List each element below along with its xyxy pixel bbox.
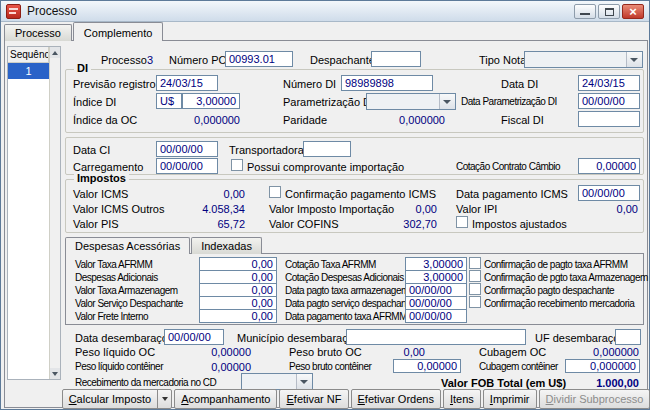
municipio-desembaraco-field[interactable] — [346, 329, 526, 345]
itens-button[interactable]: Itens — [443, 389, 481, 409]
cubagem-conteiner-label: Cubagem contêiner — [479, 360, 558, 374]
sequencia-row-selected[interactable]: 1 — [8, 63, 49, 79]
confirmacao-pagamento-icms-checkbox[interactable] — [269, 186, 281, 198]
valor-taxa-armazenagem-field[interactable]: 0,00 — [199, 283, 277, 297]
cotacao-despesas-adicionais-label: Cotação Despesas Adicionais — [285, 271, 404, 285]
despesas-adicionais-field[interactable]: 0,00 — [199, 270, 277, 284]
tipo-nota-select[interactable] — [524, 51, 643, 68]
transportadora-field[interactable] — [303, 141, 351, 157]
indice-di-field[interactable]: 3,00000 — [182, 93, 240, 109]
valor-taxa-afrmm-field[interactable]: 0,00 — [199, 257, 277, 271]
cotacao-despesas-adicionais-field[interactable]: 3,00000 — [405, 270, 467, 284]
paridade-label: Paridade — [283, 113, 327, 127]
imprimir-button[interactable]: Imprimir — [483, 389, 537, 409]
data-di-label: Data DI — [501, 77, 538, 91]
despachante-label: Despachante — [310, 53, 375, 67]
valor-fob-label: Valor FOB Total (em U$) — [441, 376, 566, 390]
valor-cofins-value: 302,70 — [397, 217, 437, 231]
sequencia-scrollbar[interactable] — [49, 47, 60, 379]
efetivar-nf-button[interactable]: Efetivar NF — [279, 389, 348, 409]
calcular-imposto-button[interactable]: Calcular Imposto — [62, 389, 173, 409]
button-bar: Calcular Imposto Acompanhamento Efetivar… — [67, 389, 645, 409]
processo-window: Processo Processo Complemento Sequência … — [0, 0, 650, 410]
data-di-field[interactable]: 24/03/15 — [578, 75, 640, 91]
possui-comprovante-checkbox[interactable] — [231, 159, 243, 171]
data-ci-field[interactable]: 00/00/00 — [156, 141, 218, 157]
app-icon — [6, 4, 21, 19]
main-tabstrip: Processo Complemento — [4, 24, 164, 41]
cubagem-conteiner-field[interactable]: 0,000000 — [565, 359, 640, 373]
numero-po-label: Número PO — [169, 53, 227, 67]
conf-pgto-taxa-armazenagem-checkbox[interactable] — [469, 270, 481, 282]
close-button[interactable] — [622, 4, 644, 19]
acompanhamento-button[interactable]: Acompanhamento — [174, 389, 277, 409]
indice-di-currency-field[interactable]: U$ — [156, 93, 182, 109]
dividir-subprocesso-button: Dividir Subprocesso — [539, 389, 650, 409]
titlebar: Processo — [1, 1, 649, 22]
impostos-ajustados-label: Impostos ajustados — [472, 217, 567, 231]
chevron-down-icon[interactable] — [157, 390, 171, 408]
uf-desembaraco-label: UF desembaraço — [535, 331, 619, 345]
conf-recebimento-mercadoria-checkbox[interactable] — [469, 296, 481, 308]
data-pagamento-taxa-afrmm-field[interactable]: 00/00/00 — [405, 309, 467, 323]
tab-indexadas[interactable]: Indexadas — [191, 237, 262, 254]
parametrizacao-di-label: Parametrização DI — [283, 95, 374, 109]
cubagem-oc-label: Cubagem OC — [479, 345, 546, 359]
minimize-button[interactable] — [574, 4, 596, 19]
valor-frete-interno-field[interactable]: 0,00 — [199, 309, 277, 323]
peso-liquido-oc-value: 0,00000 — [181, 345, 251, 359]
data-parametrizacao-di-field[interactable]: 00/00/00 — [578, 93, 640, 109]
tab-complemento[interactable]: Complemento — [73, 22, 163, 41]
peso-bruto-oc-label: Peso bruto OC — [289, 345, 362, 359]
numero-di-label: Número DI — [283, 77, 336, 91]
valor-icms-label: Valor ICMS — [73, 187, 128, 201]
fiscal-di-field[interactable] — [578, 111, 640, 127]
data-pagamento-icms-field[interactable]: 00/00/00 — [578, 185, 640, 201]
valor-imposto-importacao-value: 0,00 — [397, 202, 437, 216]
processo-value: 3 — [147, 53, 153, 67]
previsao-registro-field[interactable]: 24/03/15 — [156, 75, 218, 91]
cotacao-contrato-cambio-field[interactable]: 0,00000 — [578, 158, 640, 174]
impostos-ajustados-checkbox[interactable] — [456, 216, 468, 228]
indice-da-oc-value: 0,000000 — [156, 113, 240, 127]
scroll-up-icon[interactable] — [50, 47, 60, 58]
recebimento-cd-select[interactable] — [241, 373, 313, 390]
despesas-adicionais-label: Despesas Adicionais — [75, 271, 158, 285]
conf-pagto-despachante-label: Confirmação pagto despachante — [484, 284, 614, 298]
di-group-title: DI — [74, 62, 91, 74]
carregamento-field[interactable]: 00/00/00 — [156, 158, 218, 174]
uf-desembaraco-field[interactable] — [615, 329, 641, 345]
conf-pagto-taxa-afrmm-checkbox[interactable] — [469, 257, 481, 269]
conf-pgto-taxa-armazenagem-label: Confirmação de pgto taxa Armazenagem — [484, 271, 648, 285]
data-pagto-servico-despachante-field[interactable]: 00/00/00 — [405, 296, 467, 310]
valor-icms-outros-label: Valor ICMS Outros — [73, 202, 165, 216]
valor-icms-value: 0,00 — [181, 187, 245, 201]
cotacao-taxa-afrmm-field[interactable]: 3,00000 — [405, 257, 467, 271]
tab-despesas-acessorias[interactable]: Despesas Acessórias — [65, 237, 190, 254]
valor-frete-interno-label: Valor Frete Interno — [75, 310, 148, 324]
despachante-field[interactable] — [371, 51, 421, 67]
processo-label: Processo — [101, 53, 147, 67]
parametrizacao-di-select[interactable] — [366, 93, 456, 110]
maximize-button[interactable] — [598, 4, 620, 19]
municipio-desembaraco-label: Município desembaraço — [237, 331, 354, 345]
numero-di-field[interactable]: 98989898 — [341, 75, 433, 91]
peso-liquido-conteiner-label: Peso líquido contêiner — [75, 360, 163, 374]
valor-imposto-importacao-label: Valor Imposto Importação — [269, 202, 394, 216]
valor-servico-despachante-field[interactable]: 0,00 — [199, 296, 277, 310]
efetivar-ordens-button[interactable]: Efetivar Ordens — [351, 389, 441, 409]
data-desembaraco-field[interactable]: 00/00/00 — [164, 329, 224, 345]
fiscal-di-label: Fiscal DI — [501, 113, 544, 127]
data-pagto-taxa-armazenagem-field[interactable]: 00/00/00 — [405, 283, 467, 297]
scroll-down-icon[interactable] — [50, 368, 60, 379]
data-desembaraco-label: Data desembaraço — [75, 331, 168, 345]
valor-taxa-afrmm-label: Valor Taxa AFRMM — [75, 258, 152, 272]
peso-liquido-conteiner-value: 0,00000 — [181, 360, 251, 374]
conf-pagto-despachante-checkbox[interactable] — [469, 283, 481, 295]
valor-icms-outros-value: 4.058,34 — [181, 202, 245, 216]
peso-bruto-conteiner-field[interactable]: 0,00000 — [393, 359, 461, 373]
cotacao-contrato-cambio-label: Cotação Contrato Câmbio — [456, 160, 560, 174]
paridade-value: 0,000000 — [361, 113, 445, 127]
numero-po-field[interactable]: 00993.01 — [225, 51, 293, 67]
tab-processo[interactable]: Processo — [4, 24, 72, 41]
